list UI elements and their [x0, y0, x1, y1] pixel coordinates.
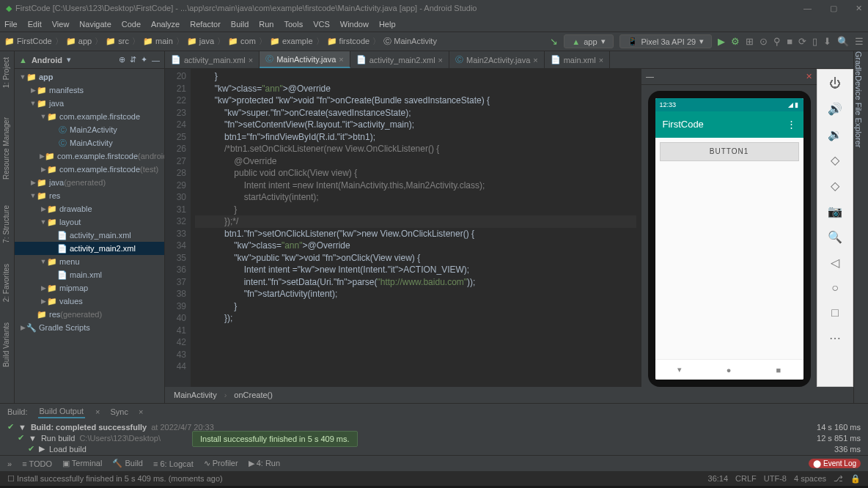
- breadcrumb-2[interactable]: 📁 src: [106, 37, 129, 46]
- breadcrumb-4[interactable]: 📁 java: [187, 37, 214, 46]
- event-log[interactable]: ⬤ Event Log: [809, 459, 861, 468]
- tree-mipmap[interactable]: ▶📁mipmap: [15, 281, 164, 295]
- emu-recent-icon[interactable]: □: [831, 306, 839, 319]
- tab-favorites[interactable]: 2: Favorites: [2, 264, 10, 302]
- coverage-icon[interactable]: ⊞: [746, 36, 754, 47]
- tree-com-example-firstcode[interactable]: ▶📁com.example.firstcode (test): [15, 163, 164, 176]
- tab-terminal[interactable]: Terminal: [72, 459, 103, 467]
- lock-icon[interactable]: 🔒: [850, 474, 861, 484]
- avd-icon[interactable]: ▯: [812, 36, 817, 47]
- emulator-min-icon[interactable]: —: [646, 72, 654, 81]
- tab-project[interactable]: 1: Project: [2, 57, 10, 88]
- hide-icon[interactable]: —: [152, 56, 160, 64]
- menu-analyze[interactable]: Analyze: [151, 20, 180, 29]
- tab-structure[interactable]: 7: Structure: [2, 205, 10, 243]
- tree-values[interactable]: ▶📁values: [15, 295, 164, 308]
- menu-navigate[interactable]: Navigate: [79, 20, 111, 29]
- menu-window[interactable]: Window: [340, 20, 369, 29]
- phone-back-icon[interactable]: ▾: [677, 365, 682, 374]
- build-output-tab[interactable]: Build Output: [38, 405, 86, 418]
- tree-com-example-firstcode[interactable]: ▼📁com.example.firstcode: [15, 110, 164, 123]
- zoom-icon[interactable]: 🔍: [828, 230, 842, 244]
- breadcrumb-6[interactable]: 📁 example: [270, 37, 313, 46]
- tab-captures[interactable]: »: [7, 459, 12, 468]
- run-icon[interactable]: ▶: [718, 36, 725, 47]
- tab-build[interactable]: Build: [125, 459, 142, 467]
- menu-edit[interactable]: Edit: [28, 20, 42, 29]
- tab-profiler[interactable]: Profiler: [213, 459, 238, 467]
- menu-build[interactable]: Build: [231, 20, 249, 29]
- tab-device-file-explorer[interactable]: Device File Explorer: [854, 75, 863, 147]
- phone-button1[interactable]: BUTTON1: [660, 142, 799, 161]
- search-icon[interactable]: 🔍: [837, 36, 849, 47]
- volume-down-icon[interactable]: 🔉: [828, 127, 842, 141]
- camera-icon[interactable]: 📷: [828, 204, 842, 218]
- menu-code[interactable]: Code: [122, 20, 141, 29]
- phone-recent-icon[interactable]: ■: [776, 366, 781, 374]
- settings-icon[interactable]: ✦: [141, 55, 147, 64]
- tree-java[interactable]: ▼📁java: [15, 97, 164, 110]
- profile-icon[interactable]: ⊙: [760, 36, 768, 47]
- tab-build-variants[interactable]: Build Variants: [2, 322, 10, 367]
- user-icon[interactable]: ☰: [855, 36, 864, 47]
- phone-menu-icon[interactable]: ⋮: [787, 119, 796, 130]
- breadcrumb-1[interactable]: 📁 app: [66, 37, 92, 46]
- tab-activity_main2.xml[interactable]: 📄activity_main2.xml×: [350, 51, 449, 68]
- tree-res[interactable]: 📁res (generated): [15, 308, 164, 321]
- tab-gradle[interactable]: Gradle: [854, 51, 863, 75]
- tab-resource-manager[interactable]: Resource Manager: [2, 117, 10, 180]
- tree-MainActivity[interactable]: ⒸMainActivity: [15, 136, 164, 149]
- sync-icon[interactable]: ⟳: [798, 36, 806, 47]
- tree-layout[interactable]: ▼📁layout: [15, 215, 164, 229]
- breadcrumb-7[interactable]: 📁 firstcode: [327, 37, 370, 46]
- crumb-class[interactable]: MainActivity: [174, 391, 217, 399]
- tree-java[interactable]: ▶📁java (generated): [15, 176, 164, 189]
- breadcrumb-3[interactable]: 📁 main: [143, 37, 173, 46]
- tree-Main2Activity[interactable]: ⒸMain2Activity: [15, 123, 164, 136]
- status-encoding[interactable]: UTF-8: [764, 474, 787, 484]
- volume-up-icon[interactable]: 🔊: [828, 102, 842, 116]
- tab-main.xml[interactable]: 📄main.xml×: [545, 51, 610, 68]
- tab-MainActivity.java[interactable]: ⒸMainActivity.java×: [260, 51, 350, 68]
- device-selector[interactable]: 📱 Pixel 3a API 29 ▾: [619, 34, 713, 48]
- tree-res[interactable]: ▼📁res: [15, 189, 164, 202]
- stop-icon[interactable]: ■: [787, 36, 792, 47]
- tree-activity_main-xml[interactable]: 📄activity_main.xml: [15, 229, 164, 242]
- menu-refactor[interactable]: Refactor: [190, 20, 221, 29]
- sdk-icon[interactable]: ⬇: [823, 36, 831, 47]
- tree-menu[interactable]: ▼📁menu: [15, 255, 164, 268]
- emu-back-icon[interactable]: ◁: [831, 256, 839, 270]
- sidebar-mode[interactable]: Android: [32, 56, 62, 64]
- back-icon[interactable]: ↘: [550, 36, 558, 47]
- tab-activity_main.xml[interactable]: 📄activity_main.xml×: [165, 51, 260, 68]
- emu-more-icon[interactable]: ⋯: [829, 331, 841, 345]
- tree-app[interactable]: ▼📁app: [15, 70, 164, 84]
- power-icon[interactable]: ⏻: [829, 77, 841, 90]
- target-icon[interactable]: ⊕: [119, 55, 125, 64]
- menu-tools[interactable]: Tools: [284, 20, 303, 29]
- menu-file[interactable]: File: [4, 20, 18, 29]
- tab-run[interactable]: 4: Run: [257, 459, 280, 467]
- emu-home-icon[interactable]: ○: [831, 281, 839, 295]
- tab-Main2Activity.java[interactable]: ⒸMain2Activity.java×: [449, 51, 545, 68]
- breadcrumb-5[interactable]: 📁 com: [228, 37, 256, 46]
- breadcrumb-8[interactable]: Ⓒ MainActivity: [383, 36, 437, 47]
- phone-home-头[interactable]: ●: [727, 366, 732, 374]
- tree-activity_main2-xml[interactable]: 📄activity_main2.xml: [15, 242, 164, 255]
- maximize-icon[interactable]: ▢: [830, 4, 837, 13]
- close-icon[interactable]: ✕: [856, 4, 862, 13]
- sync-tab[interactable]: Sync: [111, 407, 128, 416]
- emulator-close-icon[interactable]: ✕: [806, 72, 812, 81]
- breadcrumb-0[interactable]: 📁 FirstCode: [4, 37, 52, 46]
- code-area[interactable]: } "kw">class="ann">@Override "kw">protec…: [191, 69, 641, 387]
- menu-help[interactable]: Help: [379, 20, 396, 29]
- run-config-selector[interactable]: ▲ app ▾: [564, 34, 613, 48]
- menu-vcs[interactable]: VCS: [313, 20, 330, 29]
- minimize-icon[interactable]: —: [803, 4, 812, 13]
- tree-main-xml[interactable]: 📄main.xml: [15, 268, 164, 281]
- collapse-icon[interactable]: ⇵: [130, 55, 136, 64]
- tree-drawable[interactable]: ▶📁drawable: [15, 202, 164, 215]
- attach-icon[interactable]: ⚲: [773, 36, 781, 47]
- tab-logcat[interactable]: 6: Logcat: [160, 459, 193, 468]
- project-tree[interactable]: ▼📁app▶📁manifests▼📁java▼📁com.example.firs…: [15, 69, 164, 336]
